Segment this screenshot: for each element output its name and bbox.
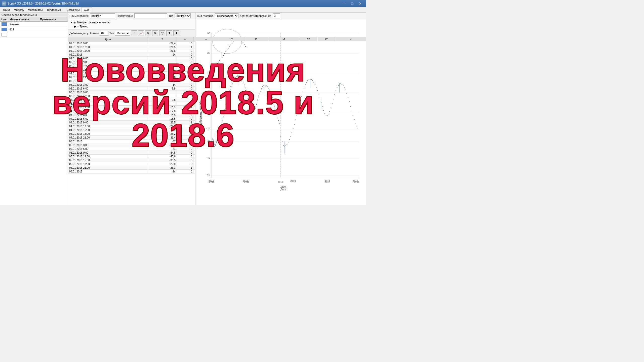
svg-text:2015: 2015 (209, 180, 215, 183)
table-cell-1 (148, 94, 177, 98)
name-input[interactable] (90, 13, 115, 18)
table-cell-2: 1 (177, 121, 193, 124)
svg-point-127 (269, 90, 270, 91)
copy-btn[interactable]: ⎘ (145, 30, 151, 36)
svg-point-35 (224, 53, 225, 54)
svg-point-77 (216, 142, 217, 142)
note-label: Примечание (117, 14, 133, 17)
type-label: Тип (169, 14, 173, 17)
svg-point-119 (260, 91, 261, 92)
svg-point-37 (227, 50, 227, 50)
th-t: T (148, 37, 177, 41)
svg-text:10: 10 (207, 71, 210, 74)
table-cell-1: -28,2 (148, 132, 177, 136)
tree-toggle[interactable]: ▶ (73, 25, 77, 28)
table-cell-2: 0 (177, 155, 193, 158)
close-button[interactable]: ✕ (356, 0, 364, 7)
list-item[interactable]: 111 (0, 27, 68, 32)
chart-canvas: 30 20 10 0 -10 -20 -30 -40 -50 2015 201 (195, 19, 366, 205)
svg-point-158 (307, 80, 308, 81)
svg-point-174 (327, 115, 328, 116)
add-date-label: Добавить дату: (69, 32, 89, 35)
svg-point-93 (232, 83, 232, 84)
menu-file[interactable]: Файл (1, 7, 12, 12)
table-cell-1: -44,5 (148, 151, 177, 155)
window-title: Борей 3D v2018.6 - 2018-12-02 Грунты ВНИ… (8, 2, 340, 5)
svg-point-32 (221, 59, 221, 59)
table-cell-2: 1 (177, 128, 193, 132)
radio-icon: ◉ (73, 21, 76, 24)
svg-point-187 (343, 85, 344, 86)
svg-point-87 (224, 109, 225, 110)
table-cell-0: 01.01.2015 15:00 (68, 49, 148, 53)
item-name: 111 (9, 28, 36, 31)
minimize-button[interactable]: — (340, 0, 348, 7)
svg-point-135 (279, 123, 280, 124)
svg-point-124 (266, 85, 267, 86)
svg-point-106 (244, 87, 245, 87)
svg-point-108 (246, 94, 247, 95)
scatter-simulation (212, 75, 358, 154)
menu-wells[interactable]: Скважины (64, 7, 82, 12)
menu-model[interactable]: Модель (12, 7, 26, 12)
svg-point-167 (318, 94, 319, 95)
svg-point-50 (243, 42, 244, 43)
svg-point-140 (285, 146, 286, 146)
view-select[interactable]: Температура (215, 13, 238, 18)
svg-point-130 (273, 102, 274, 102)
chart-btn[interactable]: 📈 (138, 30, 144, 36)
svg-point-102 (239, 77, 240, 78)
note-input[interactable] (134, 13, 167, 18)
svg-point-120 (261, 88, 262, 89)
svg-point-94 (233, 80, 234, 81)
svg-point-194 (351, 111, 352, 111)
list-item[interactable] (0, 32, 68, 37)
table-cell-0: 04.01.2015 3:00 (68, 113, 148, 117)
svg-point-164 (315, 84, 315, 85)
add-button[interactable]: + (131, 30, 137, 36)
import-btn[interactable]: ⬆ (166, 30, 172, 36)
maximize-button[interactable]: □ (348, 0, 356, 7)
svg-point-162 (312, 80, 313, 81)
th-alpha: α (193, 37, 219, 41)
menu-materials[interactable]: Материалы (26, 7, 45, 12)
scatter-dots-upper (212, 29, 246, 147)
svg-point-41 (232, 43, 232, 44)
table-cell-1: -25,3 (148, 166, 177, 170)
list-item[interactable]: Климат (0, 22, 68, 27)
table-cell-2: 1 (177, 45, 193, 49)
count-input[interactable] (100, 31, 108, 36)
table-cell-2: 0 (177, 41, 193, 45)
svg-point-111 (250, 108, 251, 108)
years-input[interactable] (273, 13, 280, 18)
table-cell-2: 0 (177, 90, 193, 94)
table-cell-2: 0 (177, 83, 193, 87)
table-cell-0: 02.01.2015 6:00 (68, 57, 148, 60)
type-select[interactable]: Климат (175, 13, 191, 18)
filter-btn[interactable]: ▽ (159, 30, 165, 36)
type-toolbar-select[interactable]: Месяц День Час (115, 31, 130, 36)
svg-point-101 (238, 76, 239, 77)
svg-point-133 (277, 117, 277, 117)
table-cell-2: 1 (177, 109, 193, 113)
table-cell-0: 02.01.2015 (68, 53, 148, 57)
svg-point-31 (219, 60, 220, 61)
delete-btn[interactable]: ✕ (152, 30, 158, 36)
svg-text:Дата: Дата (280, 185, 286, 188)
table-cell-0: 03.01.2015 (68, 79, 148, 83)
svg-point-115 (255, 108, 256, 109)
menu-soy[interactable]: СОУ (82, 7, 92, 12)
svg-point-125 (267, 86, 268, 87)
svg-point-182 (337, 87, 337, 88)
svg-point-114 (254, 111, 254, 112)
table-cell-2: 2 (177, 140, 193, 143)
table-cell-2: 0 (177, 132, 193, 136)
svg-point-198 (356, 126, 357, 126)
table-cell-1: -27,4 (148, 41, 177, 45)
svg-point-74 (215, 144, 216, 145)
svg-point-88 (226, 104, 226, 105)
menu-heatexchange[interactable]: Теплообмен (45, 7, 64, 12)
tree-toggle[interactable]: ▼ (70, 21, 73, 24)
svg-point-38 (228, 48, 229, 49)
export-btn[interactable]: ⬇ (173, 30, 179, 36)
